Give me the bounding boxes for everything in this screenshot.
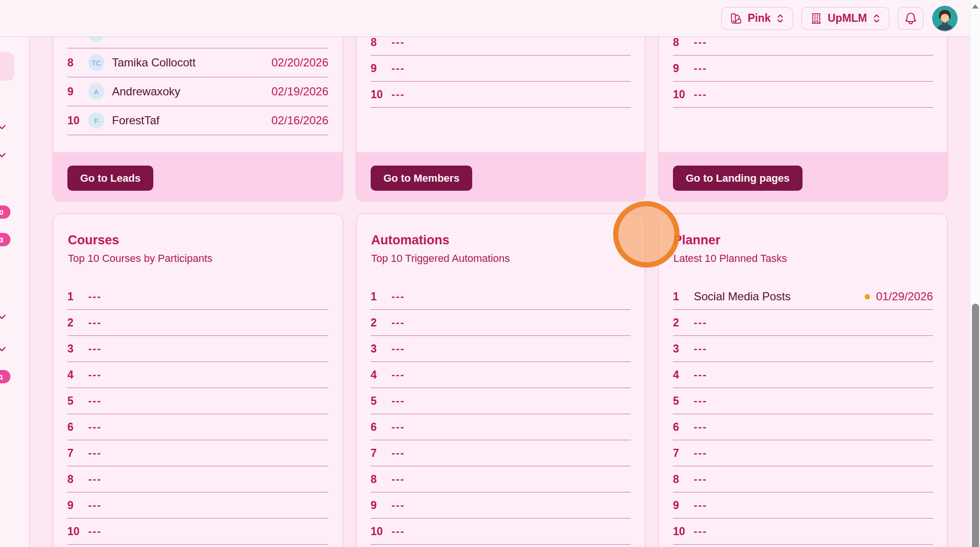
list-item: 9--- (673, 492, 933, 519)
list-item: 9--- (371, 492, 631, 519)
row-number: 2 (67, 316, 88, 329)
list-item: 5--- (371, 388, 631, 414)
row-placeholder: --- (392, 88, 405, 101)
list-item: 4--- (371, 362, 631, 388)
row-placeholder: --- (88, 395, 102, 407)
chevron-down-icon[interactable] (0, 311, 8, 323)
members-card-footer: Go to Members (356, 152, 645, 202)
swatch-icon (730, 12, 742, 25)
row-number: 7 (673, 447, 694, 460)
list-item: 2--- (371, 310, 631, 336)
row-placeholder: --- (88, 316, 102, 329)
theme-selector-label: Pink (747, 12, 771, 25)
list-item: 9--- (371, 56, 631, 82)
card-title: Courses (68, 233, 328, 248)
automations-list: 1---2---3---4---5---6---7---8---9---10--… (371, 284, 631, 545)
scrollbar-thumb[interactable] (972, 304, 979, 547)
list-item: 3--- (673, 336, 933, 362)
row-placeholder: --- (694, 36, 707, 48)
row-number: 5 (371, 395, 392, 408)
planner-card: Planner Latest 10 Planned Tasks 1Social … (658, 213, 948, 547)
status-dot-icon (865, 294, 870, 299)
list-item: 1Social Media Posts01/29/2026 (673, 284, 933, 310)
theme-selector[interactable]: Pink (721, 7, 793, 30)
avatar: F (88, 112, 104, 129)
row-label: Social Media Posts (694, 290, 791, 303)
row-placeholder: --- (694, 62, 707, 74)
row-number: 10 (371, 88, 392, 101)
list-item: 1--- (67, 284, 328, 310)
row-number: 8 (67, 473, 88, 486)
chevron-down-icon[interactable] (0, 121, 8, 133)
list-item: 10--- (67, 519, 328, 545)
row-placeholder: --- (392, 343, 405, 355)
sidebar-active-item[interactable] (0, 52, 14, 81)
row-number: 10 (371, 525, 392, 538)
go-to-members-button[interactable]: Go to Members (371, 166, 472, 191)
row-number: 9 (673, 499, 694, 512)
row-placeholder: --- (694, 343, 707, 355)
list-item: 10--- (371, 519, 631, 545)
row-number: 5 (673, 395, 694, 408)
list-item: 8--- (673, 466, 933, 492)
row-date: 01/29/2026 (876, 290, 933, 303)
sidebar: 0 3 1 (0, 37, 29, 547)
list-item: 8--- (371, 466, 631, 492)
row-number: 2 (371, 316, 392, 329)
row-placeholder: --- (392, 395, 405, 407)
row-placeholder: --- (694, 88, 707, 101)
go-to-landing-pages-button[interactable]: Go to Landing pages (673, 166, 803, 191)
list-item: 5--- (67, 388, 328, 414)
list-item: 6--- (673, 414, 933, 440)
row-number: 4 (673, 369, 694, 381)
row-number: 10 (67, 114, 88, 127)
row-number: 10 (673, 88, 694, 101)
row-placeholder: --- (88, 447, 102, 459)
row-number: 8 (673, 473, 694, 486)
row-placeholder: --- (392, 36, 405, 48)
row-placeholder: --- (694, 316, 707, 329)
card-subtitle: Latest 10 Planned Tasks (673, 252, 933, 265)
scroll-up-arrow-icon[interactable] (972, 4, 979, 9)
planner-list: 1Social Media Posts01/29/20262---3---4--… (673, 284, 933, 545)
row-meta: 02/16/2026 (271, 114, 328, 127)
dashboard-page: 8TCTamika Collocott02/20/20269AAndrewaxo… (0, 0, 980, 547)
list-item: 6--- (371, 414, 631, 440)
list-item: 9--- (673, 56, 933, 82)
row-placeholder: --- (694, 499, 707, 511)
row-placeholder: --- (392, 473, 405, 485)
row-number: 8 (67, 56, 88, 69)
row-label: Tamika Collocott (112, 56, 196, 69)
row-number: 4 (371, 369, 392, 381)
scrollbar[interactable] (970, 0, 980, 547)
select-chevrons-icon (776, 13, 784, 24)
courses-card-header: Courses Top 10 Courses by Participants (68, 233, 328, 265)
landing-pages-card-footer: Go to Landing pages (659, 152, 947, 202)
chevron-down-icon[interactable] (0, 343, 8, 355)
row-number: 9 (371, 499, 392, 512)
sidebar-count-badge: 0 (0, 205, 10, 219)
row-placeholder: --- (694, 421, 707, 433)
notifications-button[interactable] (898, 7, 924, 30)
row-number: 6 (673, 421, 694, 434)
chevron-down-icon[interactable] (0, 149, 8, 161)
list-item: 3--- (371, 336, 631, 362)
go-to-leads-button[interactable]: Go to Leads (67, 166, 153, 191)
user-avatar[interactable] (932, 6, 958, 31)
select-chevrons-icon (872, 13, 881, 24)
row-number: 7 (67, 447, 88, 460)
list-item: 7--- (673, 440, 933, 466)
row-label: Andrewaxoky (112, 85, 180, 98)
list-item: 3--- (67, 336, 328, 362)
row-placeholder: --- (392, 421, 405, 433)
row-placeholder: --- (392, 369, 405, 381)
row-placeholder: --- (392, 525, 405, 538)
row-placeholder: --- (694, 473, 707, 485)
row-placeholder: --- (88, 473, 102, 485)
row-number: 9 (67, 85, 88, 98)
workspace-selector[interactable]: UpMLM (802, 7, 889, 30)
automations-card: Automations Top 10 Triggered Automations… (356, 213, 645, 547)
row-number: 10 (67, 525, 88, 538)
avatar: TC (88, 55, 104, 71)
row-number: 10 (673, 525, 694, 538)
